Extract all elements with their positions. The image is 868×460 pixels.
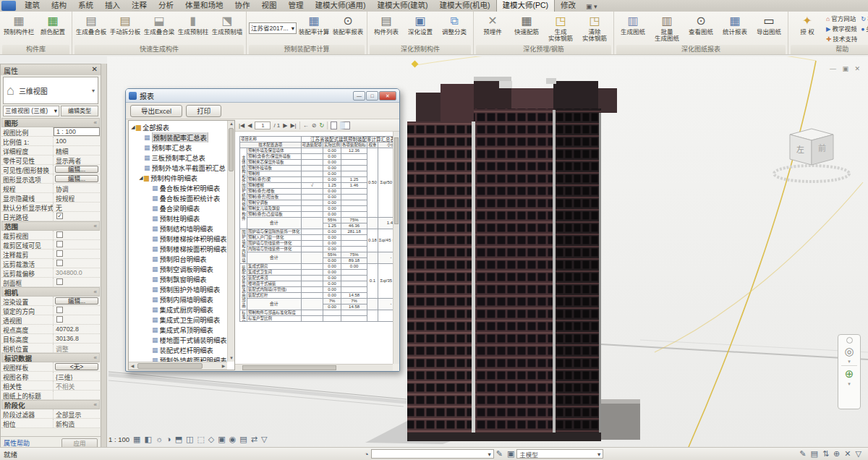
minimize-button[interactable]: — (353, 91, 365, 101)
panel-divider[interactable] (101, 64, 107, 450)
temporary-hide-icon[interactable]: ▣ (218, 435, 225, 444)
tree-report-item[interactable]: ▦叠合板按面积统计表 (129, 193, 227, 203)
property-checkbox[interactable] (56, 250, 63, 257)
tree-report-item[interactable]: ▦集成式厨房明细表 (129, 304, 227, 315)
shadows-icon[interactable]: ◑ (166, 435, 171, 444)
select-underlay-icon[interactable]: ⊕ (833, 449, 840, 459)
temporary-view-properties-icon[interactable]: ▤ (239, 435, 247, 444)
design-options-icon[interactable]: ▣ (507, 449, 514, 459)
unlocked-view-icon[interactable]: ◇ (208, 435, 214, 444)
back-icon[interactable]: ← (303, 122, 309, 129)
split-slab-button[interactable]: ▤手动拆分板 (109, 12, 142, 35)
refresh-icon[interactable]: ↻ (319, 122, 324, 129)
app-logo-icon[interactable] (1, 1, 16, 11)
facing-pages-layout-icon[interactable] (340, 122, 350, 129)
tree-report-item[interactable]: ▦预制围护外墙明细表 (129, 284, 227, 294)
property-checkbox[interactable] (56, 278, 63, 285)
support-link[interactable]: ✚技术支持 (826, 34, 857, 43)
property-checkbox[interactable] (56, 260, 63, 266)
edit-type-button[interactable]: 编辑类型 (61, 106, 98, 116)
property-checkbox[interactable] (56, 231, 63, 238)
workset-icon[interactable]: ◔ (364, 450, 369, 459)
section-header-阶段化[interactable]: 阶段化« (1, 400, 100, 409)
editable-only-icon[interactable]: ✎ (496, 449, 503, 459)
close-button[interactable]: ✕ (379, 91, 396, 101)
worksharing-display-icon[interactable]: ⇄ (251, 435, 258, 444)
ribbon-tab-分析[interactable]: 分析 (153, 0, 179, 12)
show-crop-region-icon[interactable]: ⬚ (197, 435, 204, 444)
view-selector-dropdown[interactable]: 三维视图 (三维)▾ (3, 106, 59, 116)
tree-report-item[interactable]: ▦预制率汇总表 (129, 142, 227, 153)
section-header-范围[interactable]: 范围« (1, 221, 100, 231)
ribbon-tab-建模大师(PC)[interactable]: 建模大师(PC) (496, 0, 556, 12)
batch-gen-drawing-button[interactable]: ▥批量 生成图纸 (650, 12, 684, 43)
tree-report-item[interactable]: ▦预制外墙水平截面积汇总 (129, 163, 227, 173)
dialog-title-bar[interactable]: 报表 — □ ✕ (126, 89, 399, 103)
ribbon-tab-注释[interactable]: 注释 (126, 0, 153, 12)
detail-level-icon[interactable]: ▦ (133, 435, 140, 444)
property-checkbox[interactable]: ✓ (56, 213, 63, 219)
license-key-button[interactable]: ✦授 权 (791, 12, 824, 35)
gen-precast-wall-button[interactable]: ⬔生成预制墙 (210, 12, 244, 35)
section-header-标识数据[interactable]: 标识数据« (1, 353, 100, 362)
gen-drawing-button[interactable]: ▥生成图纸 (616, 12, 650, 35)
ribbon-overflow-icon[interactable]: ▣ ▾ (582, 3, 602, 12)
standard-select-dropdown[interactable]: 江苏省2017...▾ (249, 22, 297, 34)
ribbon-tab-插入[interactable]: 插入 (99, 0, 126, 12)
property-checkbox[interactable] (56, 316, 63, 323)
update-link[interactable]: ↻检查更新 (861, 14, 868, 22)
section-header-图形[interactable]: 图形« (1, 118, 100, 127)
ribbon-tab-管理[interactable]: 管理 (283, 0, 310, 12)
next-page-icon[interactable]: ▶ (283, 122, 287, 129)
property-edit-button[interactable]: <无> (55, 363, 98, 370)
tree-vertical-scrollbar[interactable]: ▲▼ (227, 121, 234, 362)
selection-filter-icon[interactable]: ▽ (856, 449, 861, 459)
detail-settings-button[interactable]: ▣深化设置 (404, 12, 437, 35)
navigation-bar[interactable]: ◎ ▾ ⊕ ▾ (838, 334, 861, 409)
single-page-layout-icon[interactable] (331, 122, 337, 129)
ribbon-tab-协作[interactable]: 协作 (229, 0, 256, 12)
stop-icon[interactable]: ⊘ (312, 122, 317, 129)
color-config-button[interactable]: ▦颜色配置 (36, 12, 69, 35)
zoom-tool-icon[interactable]: ⊕ (845, 367, 854, 380)
ribbon-tab-建模大师(建筑)[interactable]: 建模大师(建筑) (372, 0, 434, 12)
embedded-part-button[interactable]: ✕预埋件 (476, 12, 509, 35)
tree-report-item[interactable]: ▦预制内隔墙明细表 (129, 294, 227, 304)
tree-report-item[interactable]: ▦预制楼梯按体积明细表 (129, 234, 227, 244)
select-pinned-icon[interactable]: ✕ (844, 449, 851, 459)
ribbon-tab-修改[interactable]: 修改 (555, 0, 582, 12)
zoom-dropdown-icon[interactable]: ▾ (848, 382, 851, 386)
press-drag-icon[interactable]: ⇅ (822, 449, 829, 459)
quick-rebar-button[interactable]: ▦快速配筋 (510, 12, 543, 35)
tree-report-item[interactable]: ▦楼地面干式铺装明细表 (129, 335, 227, 345)
gen-solid-rebar-button[interactable]: ◳生成 实体钢筋 (544, 12, 577, 43)
crop-view-icon[interactable]: ◫ (186, 435, 193, 444)
reveal-hidden-icon[interactable]: ◉ (229, 435, 237, 444)
stats-report-button[interactable]: ▦统计报表 (718, 12, 752, 35)
ribbon-tab-建模大师(机电)[interactable]: 建模大师(机电) (434, 0, 496, 12)
tree-expand-icon[interactable]: ◢ (138, 175, 144, 181)
property-edit-button[interactable]: 编辑... (55, 166, 98, 173)
page-number-input[interactable]: 1 (255, 122, 271, 129)
export-excel-button[interactable]: 导出Excel (130, 105, 182, 117)
view-drawing-button[interactable]: ⊙查看图纸 (684, 12, 718, 35)
ribbon-tab-体量和场地[interactable]: 体量和场地 (179, 0, 229, 12)
tree-report-item[interactable]: ▦预制空调板明细表 (129, 264, 227, 274)
gen-composite-beam-button[interactable]: ⬓生成叠合梁 (142, 12, 176, 35)
type-selector[interactable]: ⌂ 三维视图 ▾ (3, 77, 98, 104)
ribbon-tab-系统[interactable]: 系统 (72, 0, 99, 12)
visual-style-icon[interactable]: ◧ (144, 435, 151, 444)
tree-report-item[interactable]: ▦叠合梁明细表 (129, 203, 227, 213)
view-scale-button[interactable]: 1 : 100 (109, 435, 129, 443)
type-selector-dropdown-icon[interactable]: ▾ (92, 88, 95, 94)
ribbon-tab-结构[interactable]: 结构 (46, 0, 72, 12)
first-page-icon[interactable]: |◀ (239, 122, 244, 129)
gen-precast-column-button[interactable]: ▮生成预制柱 (176, 12, 210, 35)
properties-close-icon[interactable]: ✕ (92, 65, 98, 74)
ribbon-tab-视图[interactable]: 视图 (256, 0, 283, 12)
clear-solid-rebar-button[interactable]: ◳清除 实体钢筋 (578, 12, 611, 43)
ribbon-tab-建模大师(通用)[interactable]: 建模大师(通用) (310, 0, 372, 12)
property-checkbox[interactable] (56, 241, 63, 247)
steering-wheel-dropdown-icon[interactable]: ▾ (848, 359, 851, 364)
tree-report-item[interactable]: ▦预制装配率汇总表 (129, 132, 227, 142)
